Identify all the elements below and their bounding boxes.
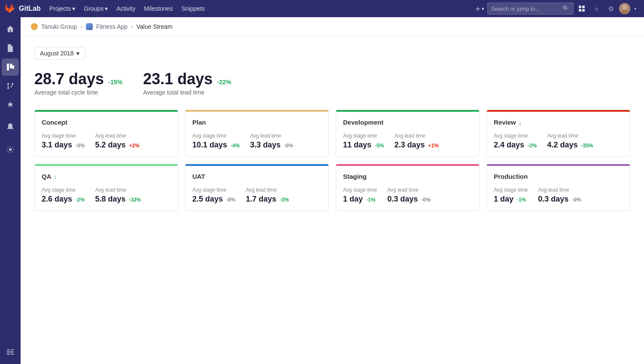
add-button[interactable]: ＋ ▾	[473, 2, 486, 15]
avg-lead-value: 0.3 days -0%	[387, 195, 430, 204]
search-input[interactable]	[491, 6, 560, 12]
avg-stage-value: 11 days -5%	[343, 141, 384, 150]
svg-rect-8	[12, 65, 14, 69]
avg-stage-change: -1%	[517, 197, 526, 203]
avg-stage-label: Avg stage time	[42, 133, 85, 139]
stage-card-staging[interactable]: Staging Avg stage time 1 day -1% Avg lea…	[336, 164, 480, 211]
sidebar-item-home[interactable]	[2, 21, 19, 38]
breadcrumb-current-page: Value Stream	[137, 23, 173, 30]
sidebar-item-board[interactable]	[2, 58, 19, 76]
stage-card-review[interactable]: Review↓ Avg stage time 2.4 days -2% Avg …	[486, 110, 630, 157]
sidebar-item-file[interactable]	[2, 40, 19, 57]
svg-point-12	[9, 148, 12, 151]
avg-lead-label: Avg lead time	[387, 187, 430, 193]
summary-stats: 28.7 days -15% Average total cycle time …	[34, 70, 630, 96]
avg-lead-label: Avg lead time	[95, 133, 139, 139]
lead-time-change: -22%	[217, 79, 231, 86]
avg-lead-change: +2%	[129, 143, 139, 149]
avg-stage-metric: Avg stage time 3.1 days -0%	[42, 133, 85, 150]
avg-lead-metric: Avg lead time 0.3 days -0%	[538, 187, 581, 204]
avg-stage-metric: Avg stage time 10.1 days -4%	[192, 133, 240, 150]
avg-stage-change: -2%	[528, 143, 537, 149]
avg-lead-metric: Avg lead time 2.3 days +1%	[394, 133, 438, 150]
avg-stage-metric: Avg stage time 1 day -1%	[343, 187, 377, 204]
avg-stage-metric: Avg stage time 1 day -1%	[494, 187, 528, 204]
avg-stage-label: Avg stage time	[192, 187, 235, 193]
gitlab-logo-link[interactable]: GitLab	[5, 3, 41, 14]
todo-icon-btn[interactable]	[575, 2, 588, 15]
stage-card-concept[interactable]: Concept Avg stage time 3.1 days -0% Avg …	[34, 110, 178, 157]
cycle-time-change: -15%	[109, 79, 123, 86]
avg-stage-change: -0%	[226, 197, 235, 203]
svg-rect-7	[10, 64, 12, 68]
chevron-down-icon: ▾	[105, 5, 108, 12]
search-icon: 🔍	[562, 5, 570, 12]
sidebar-item-merge-requests[interactable]	[2, 77, 19, 95]
stage-grid: Concept Avg stage time 3.1 days -0% Avg …	[34, 110, 630, 211]
sidebar-item-notifications[interactable]	[2, 119, 19, 136]
svg-point-9	[7, 83, 9, 85]
breadcrumb-group[interactable]: Tanuki Group	[41, 23, 77, 30]
svg-point-4	[622, 5, 627, 10]
avg-stage-label: Avg stage time	[42, 187, 85, 193]
date-filter-chevron-icon: ▾	[76, 50, 79, 57]
avg-lead-value: 3.3 days -0%	[250, 141, 293, 150]
avg-stage-label: Avg stage time	[343, 133, 384, 139]
cycle-time-stat: 28.7 days -15% Average total cycle time	[34, 70, 122, 96]
nav-groups[interactable]: Groups ▾	[80, 3, 111, 14]
sidebar-expand-btn[interactable]	[2, 343, 19, 361]
nav-projects[interactable]: Projects ▾	[46, 3, 79, 14]
sidebar-item-deploy[interactable]	[2, 96, 19, 113]
user-menu-chevron[interactable]: ▾	[632, 2, 639, 15]
avg-stage-value: 1 day -1%	[494, 195, 528, 204]
stage-title: Production	[494, 173, 623, 180]
avg-stage-value: 10.1 days -4%	[192, 141, 240, 150]
gitlab-wordmark: GitLab	[19, 5, 41, 12]
svg-rect-0	[579, 6, 581, 8]
stage-card-qa[interactable]: QA↓ Avg stage time 2.6 days -2% Avg lead…	[34, 164, 178, 211]
sidebar-item-settings[interactable]	[2, 141, 19, 158]
avg-stage-label: Avg stage time	[494, 187, 528, 193]
date-filter-label: August 2018	[40, 50, 74, 57]
stage-title: UAT	[192, 173, 322, 180]
avg-lead-value: 5.8 days -32%	[95, 195, 141, 204]
avg-lead-change: -35%	[581, 143, 593, 149]
stage-card-production[interactable]: Production Avg stage time 1 day -1% Avg …	[486, 164, 630, 211]
avg-lead-value: 0.3 days -0%	[538, 195, 581, 204]
avg-lead-change: +1%	[428, 143, 438, 149]
content-area: August 2018 ▾ 28.7 days -15% Average tot…	[21, 37, 644, 221]
avg-lead-label: Avg lead time	[538, 187, 581, 193]
avg-lead-change: -3%	[279, 197, 289, 203]
nav-activity[interactable]: Activity	[113, 3, 139, 14]
stage-title: Plan	[192, 119, 322, 126]
avg-stage-change: -2%	[76, 197, 85, 203]
avg-stage-change: -0%	[76, 143, 85, 149]
avg-stage-label: Avg stage time	[343, 187, 377, 193]
avg-lead-metric: Avg lead time 5.8 days -32%	[95, 187, 141, 204]
avg-lead-value: 2.3 days +1%	[394, 141, 438, 150]
main-content: Tanuki Group › Fitness App › Value Strea…	[21, 17, 644, 364]
avg-stage-metric: Avg stage time 2.4 days -2%	[494, 133, 537, 150]
down-indicator-icon: ↓	[54, 173, 57, 180]
date-filter-button[interactable]: August 2018 ▾	[34, 47, 85, 60]
stage-card-uat[interactable]: UAT Avg stage time 2.5 days -0% Avg lead…	[185, 164, 329, 211]
avg-lead-label: Avg lead time	[246, 187, 289, 193]
avg-lead-label: Avg lead time	[95, 187, 141, 193]
issue-icon-btn[interactable]: ⊙	[605, 2, 617, 15]
nav-snippets[interactable]: Snippets	[178, 3, 208, 14]
avg-stage-value: 3.1 days -0%	[42, 141, 85, 150]
user-avatar[interactable]	[619, 3, 630, 14]
avg-stage-metric: Avg stage time 11 days -5%	[343, 133, 384, 150]
top-navigation: GitLab Projects ▾ Groups ▾ Activity Mile…	[0, 0, 644, 17]
stage-card-plan[interactable]: Plan Avg stage time 10.1 days -4% Avg le…	[185, 110, 329, 157]
stage-title: Concept	[42, 119, 171, 126]
merge-request-icon-btn[interactable]: ⑃	[590, 2, 603, 15]
breadcrumb-project[interactable]: Fitness App	[96, 23, 128, 30]
down-indicator-icon: ↓	[519, 119, 522, 126]
nav-milestones[interactable]: Milestones	[141, 3, 176, 14]
avg-lead-metric: Avg lead time 1.7 days -3%	[246, 187, 289, 204]
avg-stage-value: 1 day -1%	[343, 195, 377, 204]
breadcrumb: Tanuki Group › Fitness App › Value Strea…	[21, 17, 644, 37]
stage-title: Development	[343, 119, 472, 126]
stage-card-development[interactable]: Development Avg stage time 11 days -5% A…	[336, 110, 480, 157]
